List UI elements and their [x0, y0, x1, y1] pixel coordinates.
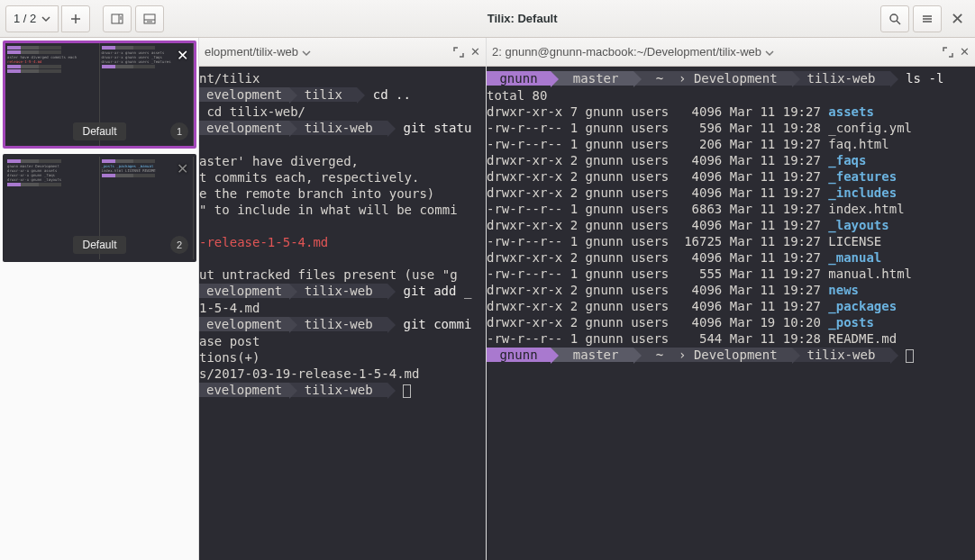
terminal-panes: elopment/tilix-web ✕ nt/tilixevelopment …: [199, 38, 975, 560]
window-title: Tilix: Default: [168, 12, 877, 25]
search-button[interactable]: [880, 5, 909, 32]
svg-point-7: [890, 14, 898, 22]
session-thumb-close-2[interactable]: ✕: [177, 160, 188, 177]
session-thumb-index-1: 1: [170, 122, 188, 140]
session-indicator-label: 1 / 2: [14, 12, 36, 25]
chevron-down-icon: [41, 14, 50, 23]
session-thumb-1[interactable]: aster have diverged commits each release…: [3, 41, 196, 149]
pane-left-titlebar: elopment/tilix-web ✕: [199, 38, 486, 67]
split-down-button[interactable]: [135, 5, 164, 32]
split-down-icon: [143, 13, 156, 25]
terminal-left[interactable]: nt/tilixevelopment tilix cd .. cd tilix-…: [199, 67, 486, 560]
hamburger-icon: [921, 13, 934, 25]
pane-left: elopment/tilix-web ✕ nt/tilixevelopment …: [199, 38, 486, 560]
menu-button[interactable]: [913, 5, 942, 32]
session-thumb-index-2: 2: [170, 236, 188, 254]
pane-close-button[interactable]: ✕: [470, 45, 480, 59]
svg-line-8: [897, 21, 900, 24]
session-switcher-button[interactable]: 1 / 2: [5, 5, 59, 32]
new-session-button[interactable]: [61, 5, 90, 32]
chevron-down-icon[interactable]: [765, 49, 774, 58]
split-right-button[interactable]: [103, 5, 132, 32]
pane-right-title: 2: gnunn@gnunn-macbook:~/Development/til…: [492, 45, 761, 59]
chevron-down-icon[interactable]: [302, 49, 311, 58]
close-icon: ✕: [951, 10, 964, 28]
window-close-button[interactable]: ✕: [945, 9, 970, 29]
split-right-icon: [111, 13, 123, 25]
pane-close-button[interactable]: ✕: [960, 45, 970, 59]
session-sidebar: aster have diverged commits each release…: [0, 38, 199, 560]
search-icon: [888, 13, 901, 25]
plus-icon: [69, 13, 82, 25]
session-thumb-close-1[interactable]: ✕: [177, 47, 188, 64]
maximize-icon[interactable]: [452, 46, 465, 59]
pane-right-titlebar: 2: gnunn@gnunn-macbook:~/Development/til…: [487, 38, 975, 67]
maximize-icon[interactable]: [942, 46, 954, 59]
session-thumb-label-1: Default: [73, 122, 125, 140]
pane-right: 2: gnunn@gnunn-macbook:~/Development/til…: [486, 38, 975, 560]
terminal-right[interactable]: gnunn master ~ › Development tilix-web l…: [487, 67, 975, 560]
header-bar: 1 / 2 Tilix: Default ✕: [0, 0, 975, 38]
main-area: aster have diverged commits each release…: [0, 38, 975, 560]
pane-left-title: elopment/tilix-web: [205, 45, 298, 59]
session-thumb-2[interactable]: gnunn master Development drwxr-xr-x gnun…: [3, 154, 196, 262]
session-thumb-label-2: Default: [73, 236, 125, 254]
